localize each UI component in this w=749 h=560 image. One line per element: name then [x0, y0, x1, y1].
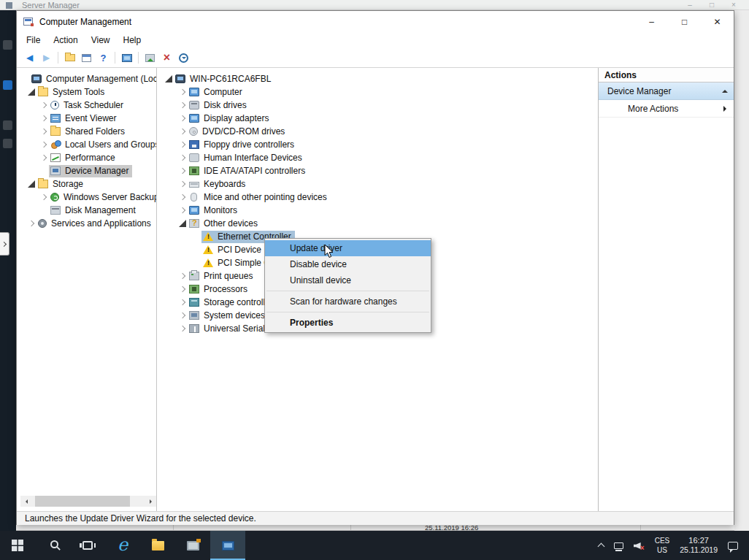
chevron-collapsed-icon[interactable] [39, 140, 49, 150]
context-menu-item-update-driver[interactable]: Update driver [265, 240, 431, 256]
context-menu-item-scan-for-hardware-changes[interactable]: Scan for hardware changes [265, 294, 431, 310]
menu-file[interactable]: File [20, 33, 47, 48]
chevron-collapsed-icon[interactable] [178, 127, 188, 137]
tree-item-cell: Processors [188, 283, 251, 296]
action-center-button[interactable] [723, 531, 743, 560]
chevron-collapsed-icon[interactable] [178, 88, 188, 97]
services-icon [38, 219, 47, 228]
actions-more-actions[interactable]: More Actions [599, 100, 734, 118]
console-monitor-button[interactable] [118, 50, 135, 66]
minimize-button[interactable]: – [635, 11, 668, 32]
taskbar-apps [0, 531, 245, 560]
server-manager-button[interactable] [175, 531, 210, 560]
titlebar[interactable]: Computer Management – □ ✕ [17, 11, 734, 32]
tree-item-shared-folders[interactable]: Shared Folders [20, 125, 156, 138]
network-button[interactable] [609, 531, 629, 560]
chevron-collapsed-icon[interactable] [27, 219, 37, 229]
tree-item-computer-management-local[interactable]: Computer Management (Local) [20, 72, 156, 85]
panel-flyout-tab[interactable] [0, 232, 9, 256]
remove-device-button[interactable] [158, 50, 175, 66]
tree-item-label: Floppy drive controllers [203, 139, 295, 150]
chevron-expanded-icon[interactable] [27, 88, 37, 97]
file-explorer-button[interactable] [140, 531, 175, 560]
taskbar-clock-button[interactable]: 16:27 25.11.2019 [675, 531, 723, 560]
chevron-collapsed-icon[interactable] [178, 140, 188, 150]
internet-explorer-button[interactable] [105, 531, 140, 560]
chevron-collapsed-icon[interactable] [178, 166, 188, 176]
chevron-collapsed-icon[interactable] [178, 206, 188, 215]
tree-item-floppy-drive-controllers[interactable]: Floppy drive controllers [157, 138, 598, 151]
tray-expand-button[interactable] [594, 531, 609, 560]
scan-hardware-button[interactable] [175, 50, 192, 66]
forward-button[interactable] [38, 50, 55, 66]
chevron-collapsed-icon[interactable] [39, 127, 49, 137]
chevron-collapsed-icon[interactable] [178, 193, 188, 202]
chevron-collapsed-icon[interactable] [178, 114, 188, 123]
sm-minimize-button[interactable]: – [679, 0, 701, 10]
tree-item-dvd-cd-rom-drives[interactable]: DVD/CD-ROM drives [157, 125, 598, 138]
tree-item-disk-management[interactable]: Disk Management [20, 204, 156, 217]
properties-window-button[interactable] [78, 50, 95, 66]
close-button[interactable]: ✕ [701, 11, 734, 32]
tree-item-local-users-and-groups[interactable]: Local Users and Groups [20, 138, 156, 151]
chevron-collapsed-icon[interactable] [178, 324, 188, 334]
chevron-collapsed-icon[interactable] [178, 298, 188, 307]
tree-item-human-interface-devices[interactable]: Human Interface Devices [157, 151, 598, 164]
tree-item-performance[interactable]: Performance [20, 151, 156, 164]
tree-item-mice-and-other-pointing-devices[interactable]: Mice and other pointing devices [157, 191, 598, 204]
volume-muted-button[interactable] [629, 531, 650, 560]
context-menu-item-uninstall-device[interactable]: Uninstall device [265, 272, 431, 288]
chevron-collapsed-icon[interactable] [178, 311, 188, 321]
chevron-collapsed-icon[interactable] [178, 272, 188, 281]
scroll-left-arrow-icon[interactable] [20, 496, 32, 507]
chevron-collapsed-icon[interactable] [178, 101, 188, 110]
tree-item-disk-drives[interactable]: Disk drives [157, 99, 598, 112]
context-menu-item-disable-device[interactable]: Disable device [265, 256, 431, 272]
sm-close-button[interactable]: × [723, 0, 745, 10]
chevron-collapsed-icon[interactable] [39, 153, 49, 163]
menu-action[interactable]: Action [47, 33, 84, 48]
help-button[interactable] [95, 50, 112, 66]
start-button[interactable] [0, 531, 35, 560]
search-button[interactable] [35, 531, 70, 560]
tree-item-win-pc61rca6fbl[interactable]: WIN-PC61RCA6FBL [157, 72, 598, 85]
language-indicator-button[interactable]: CES US [650, 531, 675, 560]
scroll-right-arrow-icon[interactable] [145, 496, 156, 507]
context-menu-item-properties[interactable]: Properties [265, 315, 431, 331]
chevron-collapsed-icon[interactable] [39, 193, 49, 202]
menu-view[interactable]: View [85, 33, 117, 48]
tree-item-windows-server-backup[interactable]: Windows Server Backup [20, 191, 156, 204]
chevron-collapsed-icon[interactable] [178, 153, 188, 163]
chevron-expanded-icon[interactable] [27, 180, 37, 189]
tree-item-task-scheduler[interactable]: Task Scheduler [20, 99, 156, 112]
task-view-button[interactable] [70, 531, 105, 560]
tree-item-services-and-applications[interactable]: Services and Applications [20, 217, 156, 230]
tree-item-system-tools[interactable]: System Tools [20, 85, 156, 99]
collapse-arrow-icon[interactable] [722, 87, 728, 93]
chevron-expanded-icon[interactable] [178, 219, 188, 229]
tree-item-storage[interactable]: Storage [20, 177, 156, 191]
actions-section-device-manager[interactable]: Device Manager [599, 83, 734, 100]
computer-management-button[interactable] [210, 531, 245, 560]
maximize-button[interactable]: □ [668, 11, 701, 32]
tree-item-computer[interactable]: Computer [157, 85, 598, 99]
chevron-expanded-icon[interactable] [164, 74, 174, 84]
tree-item-keyboards[interactable]: Keyboards [157, 177, 598, 191]
folder-button[interactable] [61, 50, 78, 66]
tree-item-monitors[interactable]: Monitors [157, 204, 598, 217]
chevron-collapsed-icon[interactable] [39, 101, 49, 110]
horizontal-scrollbar[interactable] [20, 496, 156, 507]
tree-item-event-viewer[interactable]: Event Viewer [20, 112, 156, 125]
tree-item-other-devices[interactable]: Other devices [157, 217, 598, 230]
chevron-collapsed-icon[interactable] [178, 285, 188, 294]
tree-item-display-adapters[interactable]: Display adapters [157, 112, 598, 125]
menu-help[interactable]: Help [117, 33, 148, 48]
tree-item-ide-ata-atapi-controllers[interactable]: IDE ATA/ATAPI controllers [157, 164, 598, 177]
chevron-collapsed-icon[interactable] [39, 114, 49, 123]
back-button[interactable] [21, 50, 38, 66]
tree-item-device-manager[interactable]: Device Manager [20, 164, 156, 177]
scrollbar-thumb[interactable] [35, 496, 130, 507]
chevron-collapsed-icon[interactable] [178, 180, 188, 189]
update-driver-button[interactable] [142, 50, 158, 66]
sm-maximize-button[interactable]: □ [701, 0, 723, 10]
